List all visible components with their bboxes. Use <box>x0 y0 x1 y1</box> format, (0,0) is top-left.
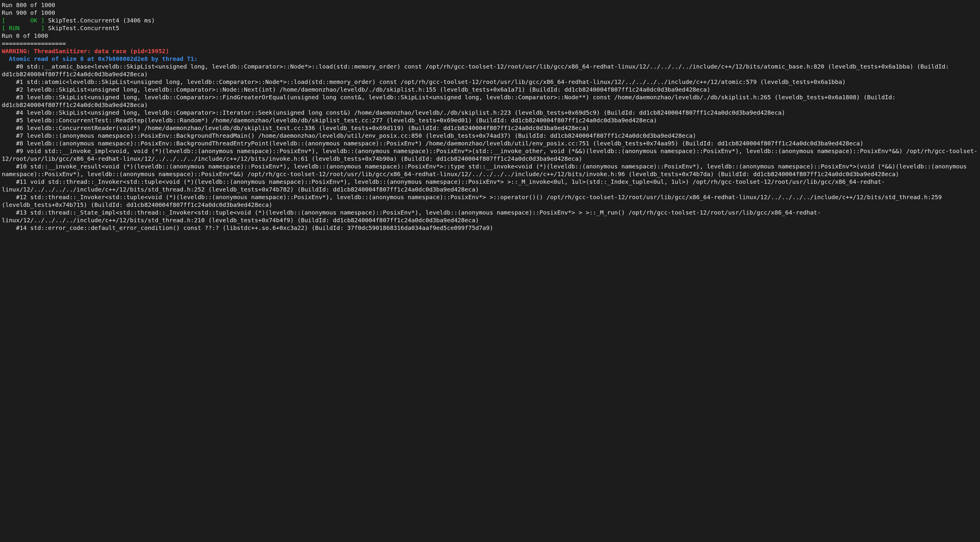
stack-frame: #9 void std::__invoke_impl<void, void (*… <box>2 147 978 163</box>
stack-frame: #8 leveldb::(anonymous namespace)::Posix… <box>2 139 978 147</box>
stack-frame: #12 std::thread::_Invoker<std::tuple<voi… <box>2 193 978 209</box>
tsan-atomic-read-line: Atomic read of size 8 at 0x7b800002d2e8 … <box>2 55 978 63</box>
run-test-name: SkipTest.Concurrent5 <box>48 25 119 32</box>
run-bracket: [ RUN ] <box>2 25 48 32</box>
run-progress-line: Run 0 of 1000 <box>2 32 978 40</box>
ok-bracket: [ OK ] <box>2 17 48 24</box>
stack-frame: #11 void std::thread::_Invoker<std::tupl… <box>2 178 978 193</box>
tsan-warning-line: WARNING: ThreadSanitizer: data race (pid… <box>2 47 978 55</box>
stack-frame: #3 leveldb::SkipList<unsigned long, leve… <box>2 94 978 109</box>
stack-frame: #14 std::error_code::default_error_condi… <box>2 224 978 232</box>
stack-frame: #4 leveldb::SkipList<unsigned long, leve… <box>2 109 978 116</box>
test-run-line: [ RUN ] SkipTest.Concurrent5 <box>2 24 978 32</box>
stack-frame: #2 leveldb::SkipList<unsigned long, leve… <box>2 86 978 94</box>
terminal-output[interactable]: Run 800 of 1000Run 900 of 1000[ OK ] Ski… <box>0 0 980 233</box>
stack-frame: #7 leveldb::(anonymous namespace)::Posix… <box>2 132 978 139</box>
run-progress-line: Run 800 of 1000 <box>2 1 978 9</box>
stack-frame: #10 std::__invoke_result<void (*)(leveld… <box>2 163 978 178</box>
stack-frame: #5 leveldb::ConcurrentTest::ReadStep(lev… <box>2 116 978 124</box>
stack-frames: #0 std::__atomic_base<leveldb::SkipList<… <box>2 63 978 232</box>
stack-frame: #6 leveldb::ConcurrentReader(void*) /hom… <box>2 124 978 132</box>
stack-frame: #0 std::__atomic_base<leveldb::SkipList<… <box>2 63 978 78</box>
run-progress-line: Run 900 of 1000 <box>2 9 978 17</box>
test-ok-line: [ OK ] SkipTest.Concurrent4 (3406 ms) <box>2 17 978 24</box>
stack-frame: #1 std::atomic<leveldb::SkipList<unsigne… <box>2 78 978 86</box>
stack-frame: #13 std::thread::_State_impl<std::thread… <box>2 209 978 224</box>
ok-test-name: SkipTest.Concurrent4 (3406 ms) <box>48 17 155 24</box>
separator-line: ================== <box>2 40 978 47</box>
